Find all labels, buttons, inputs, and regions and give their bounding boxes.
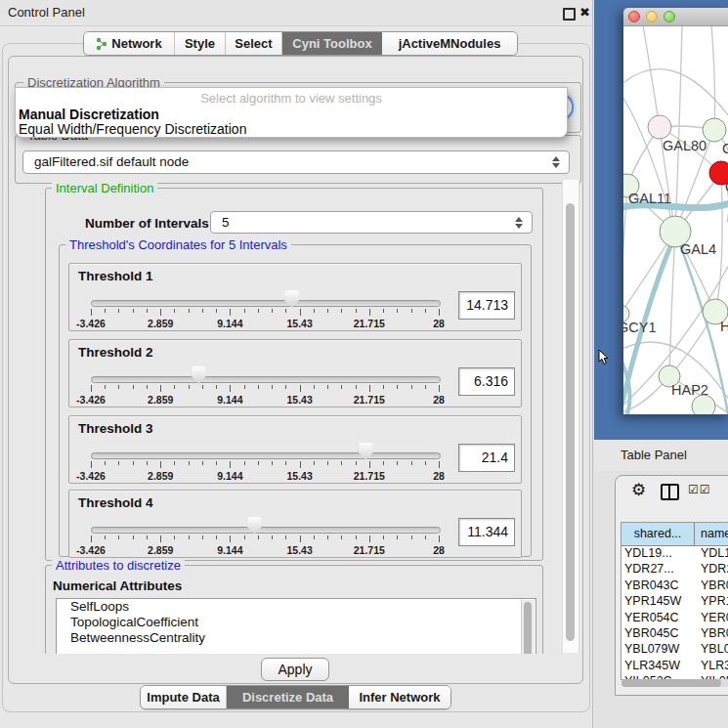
tick-mark	[425, 385, 426, 389]
column-header-shared-name[interactable]: shared...	[621, 523, 695, 545]
column-layout-icon[interactable]	[661, 484, 679, 500]
column-header-name[interactable]: name	[695, 523, 728, 545]
network-node-label: H	[720, 319, 728, 334]
tick-mark	[383, 535, 384, 539]
table-row[interactable]: YBR043CYBR043C	[621, 578, 728, 594]
tick-label: 21.715	[354, 470, 385, 482]
table-data-combobox[interactable]: galFiltered.sif default node	[22, 150, 570, 174]
attribute-item-betweennesscentrality[interactable]: BetweennessCentrality	[57, 630, 535, 646]
network-edge[interactable]	[675, 26, 682, 232]
zoom-traffic-light-icon[interactable]	[664, 11, 675, 22]
scrollbar-thumb[interactable]	[566, 203, 575, 641]
numerical-attributes-list[interactable]: SelfLoopsTopologicalCoefficientBetweenne…	[56, 598, 536, 654]
threshold-label: Threshold 1	[78, 269, 153, 283]
tick-mark	[230, 385, 231, 392]
tab-impute-data[interactable]: Impute Data	[141, 686, 227, 708]
tick-label: 15.43	[286, 318, 312, 329]
tick-mark	[397, 309, 398, 313]
table-row[interactable]: YER054CYER054C	[621, 611, 728, 626]
network-edge[interactable]	[711, 26, 715, 130]
slider-track[interactable]	[91, 452, 441, 459]
tick-mark	[314, 309, 315, 313]
tick-mark	[160, 385, 161, 392]
tab-cyni-toolbox[interactable]: Cyni Toolbox	[282, 32, 382, 55]
algorithm-popup-hint: Select algorithm to view settings	[16, 91, 567, 106]
attributes-list-scrollbar[interactable]	[521, 600, 535, 654]
threshold-value-field[interactable]: 14.713	[458, 291, 515, 320]
cell-name: YDL19	[695, 546, 728, 562]
table-panel-title: Table Panel	[621, 440, 687, 471]
tab-infer-network[interactable]: Infer Network	[349, 686, 450, 708]
settings-vertical-scrollbar[interactable]	[562, 180, 579, 653]
tick-mark	[327, 309, 328, 313]
network-node-gal80[interactable]	[648, 115, 671, 139]
tab-discretize-data[interactable]: Discretize Data	[227, 686, 349, 708]
slider-track[interactable]	[91, 376, 441, 383]
tick-mark	[397, 535, 398, 539]
tick-mark	[411, 309, 412, 313]
tick-mark	[133, 309, 134, 313]
algorithm-option-equal-width-frequency-discretization[interactable]: Equal Width/Frequency Discretization	[19, 121, 246, 137]
attribute-item-selfloops[interactable]: SelfLoops	[57, 599, 535, 615]
tick-mark	[397, 461, 398, 465]
tick-mark	[314, 461, 315, 465]
table-row[interactable]: YBR045CYBR045C	[621, 626, 728, 642]
tab-network[interactable]: Network	[84, 32, 175, 55]
network-canvas[interactable]: GAL80GACGAL11GAL4GCY1HHAP2	[623, 26, 728, 414]
tick-mark	[147, 385, 148, 389]
table-row[interactable]: YDR27...YDR27	[621, 562, 728, 578]
tab-jactivemnodules[interactable]: jActiveMNodules	[382, 32, 517, 55]
algorithm-dropdown-popup: Select algorithm to view settings Manual…	[15, 87, 568, 138]
tick-mark	[285, 535, 286, 539]
network-window-titlebar[interactable]	[623, 8, 728, 26]
network-node-ga[interactable]	[703, 118, 726, 142]
table-header-row[interactable]: shared... name	[621, 523, 728, 546]
threshold-value-field[interactable]: 6.316	[458, 367, 515, 396]
tick-mark	[314, 535, 315, 539]
network-view-window[interactable]: GAL80GACGAL11GAL4GCY1HHAP2	[623, 8, 728, 414]
scrollbar-thumb[interactable]	[621, 679, 721, 687]
slider-track[interactable]	[91, 300, 441, 307]
checkbox-icons[interactable]: ☑☑	[688, 483, 711, 496]
tick-mark	[285, 461, 286, 465]
number-of-intervals-combobox[interactable]: 5	[210, 211, 533, 234]
control-panel-titlebar: Control Panel ✖	[0, 0, 592, 26]
tick-label: 21.715	[354, 394, 385, 406]
table-row[interactable]: YDL19...YDL19	[621, 546, 728, 562]
tick-mark	[216, 309, 217, 313]
network-edge[interactable]	[623, 91, 675, 232]
float-window-icon[interactable]	[563, 8, 576, 21]
gear-icon[interactable]: ⚙	[631, 480, 646, 500]
apply-button[interactable]: Apply	[261, 658, 329, 681]
interval-definition-title: Interval Definition	[52, 181, 157, 195]
threshold-label: Threshold 3	[78, 421, 153, 436]
tick-mark	[174, 385, 175, 389]
tick-mark	[174, 535, 175, 539]
network-edge[interactable]	[643, 26, 660, 127]
network-node[interactable]	[692, 395, 715, 414]
tick-mark	[341, 385, 342, 389]
attribute-item-topologicalcoefficient[interactable]: TopologicalCoefficient	[57, 615, 535, 630]
close-icon[interactable]: ✖	[579, 4, 590, 21]
network-edge[interactable]	[623, 69, 728, 116]
tick-mark	[314, 385, 315, 389]
tick-label: -3.426	[76, 394, 106, 406]
node-table[interactable]: shared... name YDL19...YDL19YDR27...YDR2…	[621, 522, 728, 680]
close-traffic-light-icon[interactable]	[628, 11, 640, 22]
network-node-label: GAL11	[628, 191, 671, 206]
slider-track[interactable]	[91, 527, 441, 534]
threshold-value-field[interactable]: 11.344	[458, 518, 515, 546]
tick-mark	[439, 535, 440, 542]
tick-mark	[105, 461, 106, 465]
tab-select[interactable]: Select	[226, 32, 282, 55]
table-horizontal-scrollbar[interactable]	[621, 679, 728, 687]
table-row[interactable]: YPR145WYPR145W	[621, 594, 728, 610]
cell-shared-name: YDL19...	[621, 546, 695, 562]
table-row[interactable]: YBL079WYBL079W	[621, 642, 728, 658]
minimize-traffic-light-icon[interactable]	[646, 11, 658, 22]
tick-mark	[91, 385, 92, 392]
table-row[interactable]: YLR345WYLR345W	[621, 659, 728, 674]
algorithm-option-manual-discretization[interactable]: Manual Discretization	[19, 107, 159, 122]
threshold-value-field[interactable]: 21.4	[458, 444, 515, 472]
tab-style[interactable]: Style	[175, 32, 226, 55]
